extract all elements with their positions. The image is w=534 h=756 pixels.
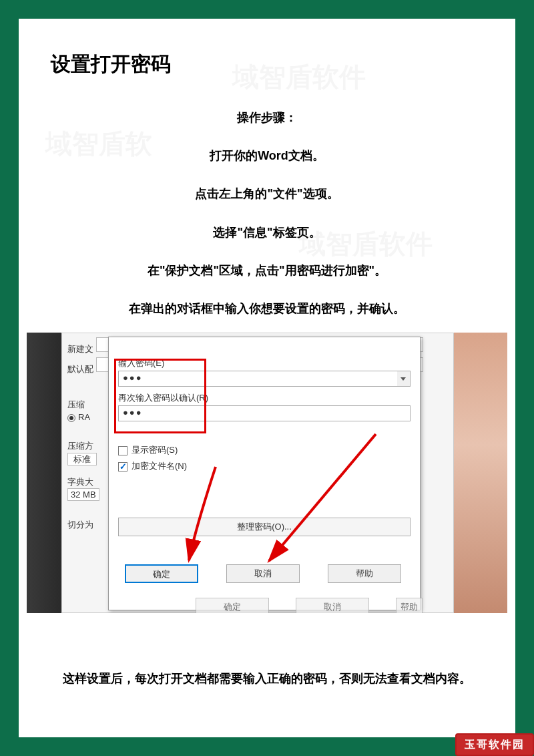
- steps-block: 操作步骤： 打开你的Word文档。 点击左上角的"文件"选项。 选择"信息"标签…: [19, 104, 515, 323]
- watermark-stamp: 玉哥软件园: [455, 733, 534, 756]
- bg-right-strip: [454, 333, 507, 613]
- bp-method-val: 标准: [67, 453, 97, 465]
- bp-dict-val: 32 MB: [67, 490, 99, 500]
- password-dialog: 输入密码(E) ●●● 再次输入密码以确认(R) ●●● 显示密码(S) 加密文…: [108, 337, 421, 610]
- radio-ra[interactable]: [67, 414, 75, 422]
- step-4: 在"保护文档"区域，点击"用密码进行加密"。: [19, 256, 515, 285]
- steps-header: 操作步骤：: [19, 104, 515, 132]
- red-highlight-box: [114, 359, 206, 433]
- screenshot-area: 新建文 默认配 压缩 RA 压缩方 标准 字典大 32 MB 切分为 输入密码(…: [27, 333, 507, 613]
- bp-method: 压缩方: [67, 440, 93, 452]
- step-3: 选择"信息"标签页。: [19, 218, 515, 247]
- pwd-dropdown[interactable]: [397, 371, 411, 387]
- ok-button[interactable]: 确定: [125, 564, 198, 583]
- organize-passwords-button[interactable]: 整理密码(O)...: [118, 518, 411, 536]
- bp-dict: 字典大: [67, 476, 93, 488]
- step-5: 在弹出的对话框中输入你想要设置的密码，并确认。: [19, 295, 515, 323]
- ok-button-2[interactable]: 确定: [196, 598, 269, 613]
- page-card: 域智盾软件 域智盾软 域智盾软件 设置打开密码 操作步骤： 打开你的Word文档…: [19, 19, 515, 737]
- bg-left-strip: [27, 333, 61, 613]
- cancel-button-2[interactable]: 取消: [296, 598, 369, 613]
- bp-radio-row: RA: [67, 412, 90, 422]
- help-button-2[interactable]: 帮助: [396, 598, 423, 613]
- checkbox-checked-icon: [118, 462, 127, 471]
- step-1: 打开你的Word文档。: [19, 142, 515, 170]
- bp-split: 切分为: [67, 519, 93, 531]
- checkbox-icon: [118, 446, 127, 455]
- help-button[interactable]: 帮助: [328, 564, 401, 583]
- page-title: 设置打开密码: [51, 51, 515, 78]
- step-2: 点击左上角的"文件"选项。: [19, 180, 515, 208]
- show-password-check[interactable]: 显示密码(S): [118, 444, 178, 456]
- conclusion-text: 这样设置后，每次打开文档都需要输入正确的密码，否则无法查看文档内容。: [0, 671, 534, 687]
- cancel-button[interactable]: 取消: [226, 564, 300, 583]
- encrypt-filename-check[interactable]: 加密文件名(N): [118, 460, 187, 472]
- arrow-to-confirm-icon: [256, 431, 403, 571]
- bp-compress: 压缩: [67, 399, 99, 411]
